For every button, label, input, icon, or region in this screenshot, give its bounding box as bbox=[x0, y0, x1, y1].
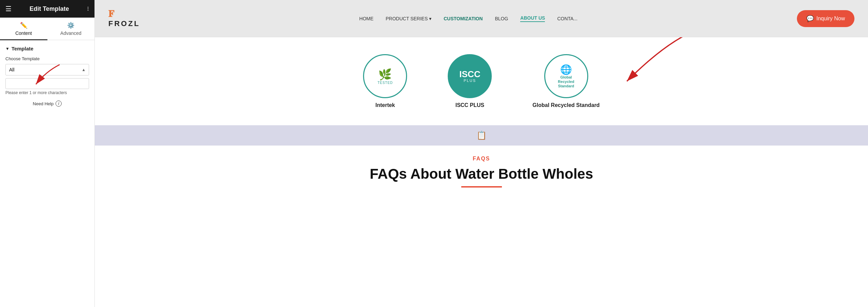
help-circle-icon: i bbox=[56, 101, 62, 107]
edit-template-title: Edit Template bbox=[12, 5, 87, 13]
globe-icon: 🌐 bbox=[560, 64, 572, 75]
choose-template-label: Choose Template bbox=[5, 56, 89, 61]
template-select-wrapper: All ▲ bbox=[5, 64, 89, 75]
logo-area: 𝐅 FROZL bbox=[108, 9, 140, 28]
tab-advanced[interactable]: ⚙️ Advanced bbox=[47, 18, 95, 40]
cert-item-intertek: 🌿 TESTED Intertek bbox=[363, 54, 407, 108]
collapse-arrow-icon[interactable]: ▼ bbox=[5, 46, 9, 51]
logo-text: FROZL bbox=[108, 19, 140, 28]
panel-content: ▼ Template Choose Template All ▲ bbox=[0, 40, 94, 307]
hamburger-icon[interactable]: ☰ bbox=[5, 5, 12, 13]
template-select[interactable]: All bbox=[5, 64, 89, 75]
need-help-button[interactable]: Need Help i bbox=[5, 101, 89, 107]
inquiry-now-button[interactable]: 💬 Inquiry Now bbox=[797, 10, 854, 27]
grid-icon[interactable]: ⁝ bbox=[87, 5, 89, 13]
gear-icon: ⚙️ bbox=[67, 22, 75, 29]
section-title: Template bbox=[12, 46, 34, 51]
logo-icon: 𝐅 bbox=[108, 9, 114, 19]
chat-icon: 💬 bbox=[806, 15, 814, 22]
nav-customization[interactable]: CUSTOMIZATION bbox=[444, 16, 483, 21]
document-icon: 📋 bbox=[477, 131, 487, 140]
cert-item-iscc: ISCC PLUS ISCC PLUS bbox=[448, 54, 492, 108]
search-hint-text: Please enter 1 or more characters bbox=[5, 90, 89, 95]
nav-blog[interactable]: BLOG bbox=[495, 16, 508, 21]
intertek-label: Intertek bbox=[375, 102, 395, 108]
faqs-label: FAQS bbox=[122, 156, 841, 162]
tab-content-label: Content bbox=[15, 30, 32, 36]
tab-advanced-label: Advanced bbox=[60, 30, 81, 36]
left-panel: ☰ Edit Template ⁝ ✏️ Content ⚙️ Advanced… bbox=[0, 0, 95, 307]
site-content: 🌿 TESTED Intertek ISCC PLUS ISCC PLUS bbox=[95, 37, 868, 307]
iscc-text-main: ISCC bbox=[459, 70, 480, 79]
highlight-bar: 📋 bbox=[95, 125, 868, 146]
faqs-section: FAQS FAQs About Water Bottle Wholes bbox=[95, 146, 868, 198]
nav-product-series[interactable]: PRODUCT SERIES ▾ bbox=[386, 16, 431, 21]
site-nav: HOME PRODUCT SERIES ▾ CUSTOMIZATION BLOG… bbox=[359, 15, 577, 22]
red-underline-decoration bbox=[461, 186, 502, 188]
nav-contact[interactable]: CONTA... bbox=[557, 16, 577, 21]
leaf-icon: 🌿 bbox=[378, 68, 392, 81]
template-search-wrapper bbox=[5, 78, 89, 89]
faqs-title: FAQs About Water Bottle Wholes bbox=[122, 166, 841, 182]
iscc-text-plus: PLUS bbox=[464, 79, 476, 83]
grs-red-arrow bbox=[593, 37, 701, 95]
site-header: 𝐅 FROZL HOME PRODUCT SERIES ▾ CUSTOMIZAT… bbox=[95, 0, 868, 37]
tab-content[interactable]: ✏️ Content bbox=[0, 18, 47, 40]
grs-label: Global Recycled Standard bbox=[532, 102, 599, 108]
chevron-icon: ▾ bbox=[429, 16, 431, 21]
nav-home[interactable]: HOME bbox=[359, 16, 374, 21]
tested-text: TESTED bbox=[378, 81, 393, 85]
section-header: ▼ Template bbox=[5, 46, 89, 51]
grs-inner-text: GlobalRecycledStandard bbox=[558, 75, 574, 89]
inquiry-now-label: Inquiry Now bbox=[817, 16, 845, 22]
top-bar: ☰ Edit Template ⁝ bbox=[0, 0, 94, 18]
tabs-bar: ✏️ Content ⚙️ Advanced bbox=[0, 18, 94, 40]
template-search-input[interactable] bbox=[5, 78, 89, 89]
nav-about-us[interactable]: ABOUT US bbox=[520, 15, 545, 22]
main-area: 𝐅 FROZL HOME PRODUCT SERIES ▾ CUSTOMIZAT… bbox=[95, 0, 868, 307]
certifications-section: 🌿 TESTED Intertek ISCC PLUS ISCC PLUS bbox=[95, 37, 868, 118]
pencil-icon: ✏️ bbox=[20, 22, 27, 29]
need-help-label: Need Help bbox=[33, 101, 54, 106]
cert-circle-intertek: 🌿 TESTED bbox=[363, 54, 407, 98]
cert-circle-iscc: ISCC PLUS bbox=[448, 54, 492, 98]
cert-item-grs: 🌐 GlobalRecycledStandard Global Recycled… bbox=[532, 54, 599, 108]
iscc-label: ISCC PLUS bbox=[456, 102, 484, 108]
cert-circle-grs: 🌐 GlobalRecycledStandard bbox=[544, 54, 588, 98]
search-area bbox=[5, 78, 89, 89]
